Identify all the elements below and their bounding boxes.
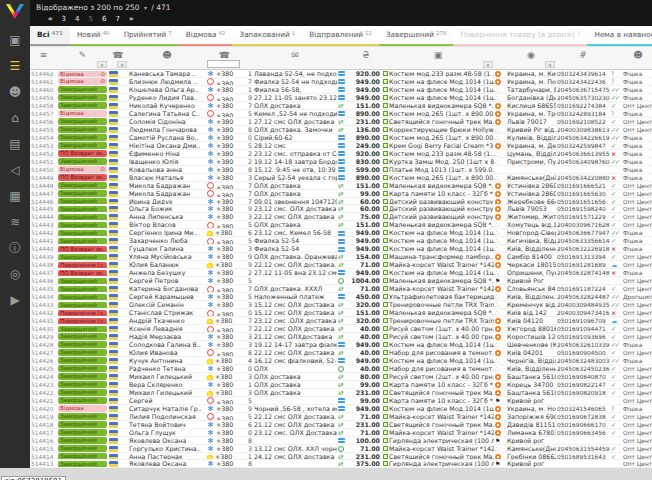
table-row[interactable]: 514433ЗавершенийОлексій Семанін✻ +380315…	[30, 301, 652, 309]
table-row[interactable]: 514422ЗавершенийМихаил Гилецькийlc +3803…	[30, 389, 652, 397]
table-row[interactable]: 514420ВідмоваСитарчук Наталія Гр..✻ +380…	[30, 405, 652, 413]
table-row[interactable]: 514442ЗавершенийСергіенко Ірина Ми..lc +…	[30, 229, 652, 237]
table-row[interactable]: 514458ЗавершенийНиколай Кучеренко✻ +3807…	[30, 102, 652, 110]
column-header-phone[interactable]: ☎	[206, 47, 243, 69]
column-header-payment[interactable]	[337, 47, 350, 69]
column-header-address[interactable]: ◉▾	[506, 47, 556, 69]
table-row[interactable]: 514441ЗавершенийЗахарченко Люба +3805Фиа…	[30, 237, 652, 245]
table-row[interactable]: 514426ЗавершенийКучук Антонинаlc +380416…	[30, 357, 652, 365]
column-header-comment[interactable]: ✉	[253, 47, 337, 69]
table-row[interactable]: 514437ПО Возврат ок.Анжела Безушку✻ +380…	[30, 269, 652, 277]
tab-Завершений[interactable]: Завершений278	[379, 26, 454, 46]
filter-dropdown-status[interactable]: ▾	[97, 61, 107, 68]
column-header-name[interactable]: ☻	[128, 47, 206, 69]
table-row[interactable]: 514435ЗавершенийКатерина Богданова +3807…	[30, 285, 652, 293]
table-row[interactable]: 514450Відмова⊙Ковальова анна✻ +380815.12…	[30, 166, 652, 174]
pager-first-button[interactable]: «	[48, 15, 53, 23]
table-row[interactable]: 514456ЗавершенийСоломія Сідоніна✻ +38012…	[30, 118, 652, 126]
sidebar-item-statistics-icon[interactable]: ▦	[0, 183, 30, 209]
sidebar-item-web-icon[interactable]: ◎	[0, 261, 30, 287]
sip-call-indicator[interactable]: sip:0672818601	[1, 476, 66, 480]
table-row[interactable]: 514455ЗавершенийЛюдмила Гончарова✻ +3808…	[30, 126, 652, 134]
table-row[interactable]: 514448ЗавершенийМикола Бадражан +3807ОЛХ…	[30, 182, 652, 190]
table-row[interactable]: 514431Повернення (з..Андрій Ткаченкоlc +…	[30, 317, 652, 325]
column-header-calls[interactable]	[243, 47, 253, 69]
column-header-status[interactable]: ✎▾	[57, 47, 108, 69]
table-row[interactable]: 514421ЗавершенийСергей +380599.00Карта п…	[30, 397, 652, 405]
tab-Новий[interactable]: Новий48	[70, 26, 117, 46]
table-row[interactable]: 514427ЗавершенийЮлия Иванова +380822.12 …	[30, 349, 652, 357]
tab-Запакований[interactable]: Запакований1	[232, 26, 302, 46]
table-row[interactable]: 514444ЗавершенийАнна Липенська✻ +380322.…	[30, 213, 652, 221]
table-row[interactable]: 514423ЗавершенийВера Скляренко✻ +3801ОЛХ…	[30, 381, 652, 389]
sidebar-item-store-icon[interactable]: ⌂	[0, 105, 30, 131]
filter-dropdown-product[interactable]: ▾	[483, 61, 493, 68]
table-row[interactable]: 514453ЗавершенийНікітіна Оксана Дми..✻ +…	[30, 142, 652, 150]
pager-page-3[interactable]: 3	[62, 15, 66, 23]
table-row[interactable]: 514440ПО Возврат ок.Гуцалюк Галина✻ +380…	[30, 245, 652, 253]
table-row[interactable]: 514459ЗавершенийРуденко Лидия Пав.. +380…	[30, 94, 652, 102]
tab-Відмова[interactable]: Відмова42	[179, 26, 233, 46]
phone-filter-input[interactable]	[207, 60, 240, 68]
table-row[interactable]: 514429ЗавершенийНадія Мерзаєва✻ +380321.…	[30, 333, 652, 341]
table-row[interactable]: 514428ЗавершенийСолодкова Галина В..✻ +3…	[30, 341, 652, 349]
table-row[interactable]: 514425ЗавершенийРадченко Тетяна✻ +3800ОЛ…	[30, 365, 652, 373]
table-row[interactable]: 514436ЗавершенийСергей Петров✻ +38051004…	[30, 277, 652, 285]
column-header-ttn_status[interactable]	[610, 47, 622, 69]
sidebar-item-video-icon[interactable]: ▶	[0, 287, 30, 313]
tab-Нема в наявності[interactable]: Нема в наявності1	[587, 26, 652, 46]
table-row[interactable]: 514418ЗавершенийТетяна Войтович✻ +380621…	[30, 421, 652, 429]
sidebar-item-settings-icon[interactable]: ≋	[0, 209, 30, 235]
sidebar-item-info-icon[interactable]: ⓘ	[0, 235, 30, 261]
table-row[interactable]: 514432Повернення (з..Станіслав Стрижак +…	[30, 309, 652, 317]
sidebar-item-dashboard-icon[interactable]: ▣	[0, 27, 30, 53]
table-row[interactable]: 514452ПО Возврат ок.Єфименко Ніна✻ +3802…	[30, 150, 652, 158]
column-header-manager[interactable]: ☻	[622, 47, 652, 69]
table-row[interactable]: 514460ЗавершенийКошелева Ольга Ар..✻ +38…	[30, 86, 652, 94]
table-row[interactable]: 514417ЗавершенийОльга Глущук✻ +380023.12…	[30, 429, 652, 437]
sidebar-item-broadcast-icon[interactable]: ◁	[0, 157, 30, 183]
tab-Повернення товару (в дорозі)[interactable]: Повернення товару (в дорозі)0	[453, 26, 587, 46]
table-row[interactable]: 514451ЗавершенийІващенко Юлія✻ +380219.1…	[30, 158, 652, 166]
table-row[interactable]: 514414ЗавершенийАнна Пастернакlc +380124…	[30, 453, 652, 461]
column-header-country[interactable]: ☎▾	[108, 47, 128, 69]
table-row[interactable]: 514462Відмова⊙Каневська Тамара ..✻ +3801…	[30, 70, 652, 78]
table-row[interactable]: 514443ЗавершенийВіктор Власов +3805ОЛХ д…	[30, 221, 652, 229]
pager-last-button[interactable]: »	[129, 15, 134, 23]
app-logo-icon[interactable]	[6, 4, 24, 19]
table-row[interactable]: 514457ВідмоваСалегина Татьяна С.. +3805К…	[30, 110, 652, 118]
pager-page-4[interactable]: 4	[75, 15, 79, 23]
table-row[interactable]: 514415ЗавершенийГоргулько Христина..✻ +3…	[30, 445, 652, 453]
pagination-range-label[interactable]: Відображено з 200 по 250	[36, 3, 140, 12]
pager-page-5[interactable]: 5	[88, 15, 92, 23]
table-row[interactable]: 514449ПО Возврат ок.Власюк Наталья✻ +380…	[30, 174, 652, 182]
filter-dropdown-country[interactable]: ▾	[117, 61, 127, 68]
filter-dropdown-address[interactable]: ▾	[545, 61, 555, 68]
table-row[interactable]: 514461Відмова⊙Близнюк Людмила .. +3807Фи…	[30, 78, 652, 86]
table-row[interactable]: 514416ЗавершенийЯковлева Оксана✻ +380810…	[30, 437, 652, 445]
table-row[interactable]: 514445ЗавершенийОльга Божик✻ +380923.12 …	[30, 205, 652, 213]
column-header-id[interactable]: ≡	[30, 47, 57, 69]
table-row[interactable]: 514454ЗавершенийСамотій Руслана Во..✻ +3…	[30, 134, 652, 142]
table-row[interactable]: 514438Повернення (з..Юлия Баланюкlc +380…	[30, 261, 652, 269]
table-row[interactable]: 514424ЗавершенийМихаил Гилецькийlc +3803…	[30, 373, 652, 381]
tab-Всі[interactable]: Всі471	[30, 26, 70, 46]
sidebar-item-orders-icon[interactable]: ☰	[0, 53, 30, 79]
chevron-down-icon[interactable]: ▾	[144, 4, 147, 11]
sidebar-item-clients-icon[interactable]: ☻	[0, 79, 30, 105]
column-header-product[interactable]: ▣▾	[382, 47, 494, 69]
column-header-price[interactable]: ₴	[350, 47, 382, 69]
table-row[interactable]: 514446ЗавершенийИрина Дидух✻ +380709.01 …	[30, 198, 652, 206]
sidebar-item-products-icon[interactable]: ▤	[0, 131, 30, 157]
table-row[interactable]: 514447ЗавершенийМикола Бадражан +3807ОЛХ…	[30, 190, 652, 198]
tab-Відправлений[interactable]: Відправлений12	[302, 26, 379, 46]
table-row[interactable]: 514430ЗавершенийКсенія Леваднія +380722.…	[30, 325, 652, 333]
tab-Прийнятий[interactable]: Прийнятий7	[117, 26, 179, 46]
table-row[interactable]: 514419ЗавершенийЛилия Подолинская +38052…	[30, 413, 652, 421]
table-row[interactable]: 514439ЗавершенийУляна Мусійовська✻ +3809…	[30, 253, 652, 261]
pager-page-6[interactable]: 6	[102, 15, 106, 23]
table-row[interactable]: 514434ЗавершенийСергей Карамышев✻ +3805Н…	[30, 293, 652, 301]
column-header-delivery[interactable]	[494, 47, 506, 69]
pager-page-7[interactable]: 7	[115, 15, 119, 23]
column-header-ttn[interactable]: #	[556, 47, 610, 69]
